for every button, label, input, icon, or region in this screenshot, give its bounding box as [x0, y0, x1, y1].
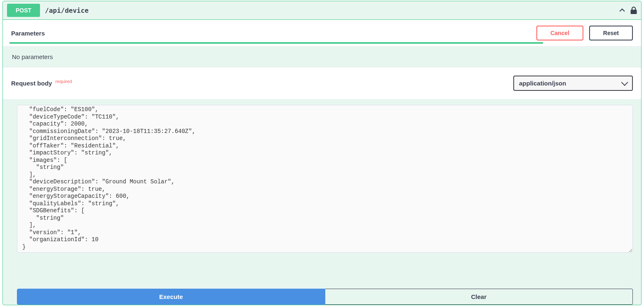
request-body-area — [3, 99, 641, 283]
request-body-textarea[interactable] — [17, 105, 633, 253]
operation-summary[interactable]: POST /api/device — [3, 1, 641, 20]
no-parameters-text: No parameters — [3, 47, 641, 67]
lock-icon[interactable] — [630, 7, 637, 14]
clear-button[interactable]: Clear — [325, 289, 633, 305]
cancel-button[interactable]: Cancel — [536, 26, 583, 40]
endpoint-path: /api/device — [45, 7, 618, 14]
parameters-header: Parameters Cancel Reset — [3, 20, 641, 47]
http-method-badge: POST — [7, 4, 40, 17]
content-type-select[interactable]: application/json — [513, 76, 633, 91]
action-row: Execute Clear — [3, 283, 641, 305]
parameters-title: Parameters — [11, 30, 531, 37]
execute-button[interactable]: Execute — [17, 289, 325, 305]
request-body-header: Request body required application/json — [3, 67, 641, 99]
chevron-up-icon — [618, 6, 626, 14]
content-type-select-wrap: application/json — [513, 76, 633, 91]
request-body-title: Request body required — [11, 80, 72, 87]
required-badge: required — [55, 79, 72, 84]
request-body-title-text: Request body — [11, 80, 52, 87]
operation-block: POST /api/device Parameters Cancel Reset… — [2, 1, 642, 305]
reset-button[interactable]: Reset — [589, 26, 633, 40]
